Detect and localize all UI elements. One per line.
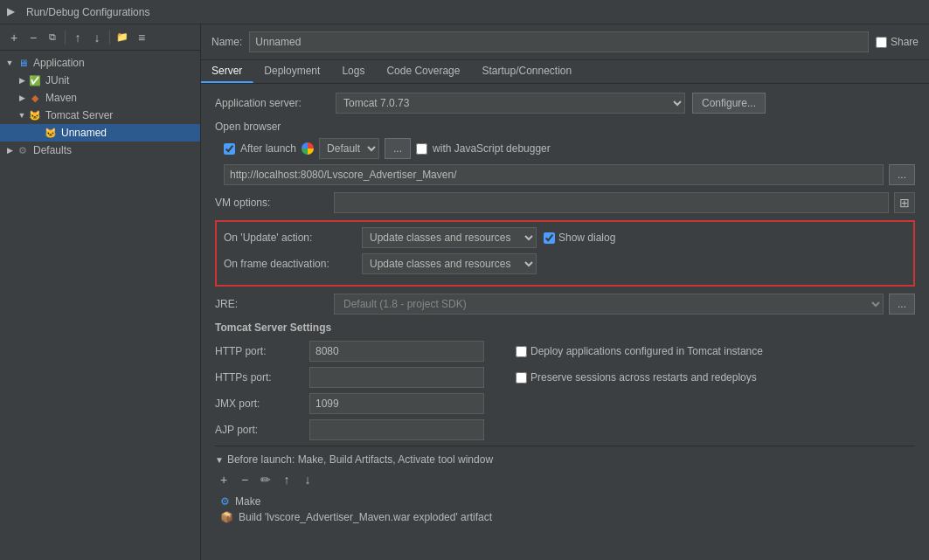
icon-application: 🖥 xyxy=(16,56,30,70)
jmx-port-input[interactable] xyxy=(309,393,484,414)
browser-select[interactable]: Default xyxy=(319,138,379,159)
divider xyxy=(215,446,915,446)
arrow-application: ▼ xyxy=(3,57,16,69)
ajp-port-input[interactable] xyxy=(309,419,484,440)
before-down-button[interactable]: ↓ xyxy=(299,471,316,488)
http-port-input[interactable] xyxy=(309,341,484,362)
before-add-button[interactable]: + xyxy=(215,471,232,488)
tree-item-defaults[interactable]: ▶ ⚙ Defaults xyxy=(0,142,200,159)
port-grid: HTTP port: Deploy applications configure… xyxy=(215,341,915,440)
on-frame-select[interactable]: Update classes and resources Do nothing … xyxy=(362,253,537,274)
sidebar-toolbar: + − ⧉ ↑ ↓ 📁 ≡ xyxy=(0,24,200,51)
jre-row: JRE: Default (1.8 - project SDK) ... xyxy=(215,294,915,315)
on-update-label: On 'Update' action: xyxy=(224,232,355,244)
move-down-button[interactable]: ↓ xyxy=(88,29,106,46)
browser-more-button[interactable]: ... xyxy=(385,138,411,159)
js-debugger-label: with JavaScript debugger xyxy=(433,142,551,155)
jre-select[interactable]: Default (1.8 - project SDK) xyxy=(334,294,884,315)
browser-row: After launch Default ... with JavaScript… xyxy=(215,138,915,159)
arrow-tomcat: ▼ xyxy=(16,109,28,121)
url-input[interactable] xyxy=(224,164,884,185)
tree-item-tomcat-server[interactable]: ▼ 🐱 Tomcat Server xyxy=(0,107,200,124)
configure-button[interactable]: Configure... xyxy=(692,93,766,114)
on-update-select[interactable]: Update classes and resources Redeploy Re… xyxy=(362,227,537,248)
on-update-row: On 'Update' action: Update classes and r… xyxy=(224,227,906,248)
url-row: ... xyxy=(215,164,915,185)
deploy-label-wrap: Deploy applications configured in Tomcat… xyxy=(516,345,778,357)
name-field-label: Name: xyxy=(211,36,242,48)
url-more-button[interactable]: ... xyxy=(889,164,915,185)
preserve-label: Preserve sessions across restarts and re… xyxy=(530,371,757,384)
icon-defaults: ⚙ xyxy=(16,143,30,157)
app-server-select[interactable]: Tomcat 7.0.73 xyxy=(336,93,685,114)
preserve-checkbox[interactable] xyxy=(516,372,527,384)
toolbar-separator-2 xyxy=(109,31,110,45)
vm-expand-button[interactable]: ⊞ xyxy=(894,192,915,213)
preserve-label-wrap: Preserve sessions across restarts and re… xyxy=(516,371,778,384)
after-launch-checkbox[interactable] xyxy=(224,143,235,155)
jmx-port-label: JMX port: xyxy=(215,398,302,410)
open-browser-section: Open browser After launch Default ... wi… xyxy=(215,121,915,185)
tomcat-settings-header: Tomcat Server Settings xyxy=(215,321,915,334)
toolbar-separator xyxy=(65,31,66,45)
tree-item-application[interactable]: ▼ 🖥 Application xyxy=(0,54,200,72)
ajp-port-label: AJP port: xyxy=(215,424,302,436)
tab-server[interactable]: Server xyxy=(201,60,253,83)
move-up-button[interactable]: ↑ xyxy=(69,29,87,46)
icon-maven: ◆ xyxy=(28,91,42,105)
tab-deployment[interactable]: Deployment xyxy=(253,60,331,83)
before-toolbar: + − ✏ ↑ ↓ xyxy=(215,471,915,488)
jre-more-button[interactable]: ... xyxy=(889,294,915,315)
arrow-defaults: ▶ xyxy=(3,144,16,156)
before-launch-label: Before launch: Make, Build Artifacts, Ac… xyxy=(227,453,493,466)
before-launch-title: ▼ Before launch: Make, Build Artifacts, … xyxy=(215,453,915,466)
add-config-button[interactable]: + xyxy=(5,29,23,46)
before-remove-button[interactable]: − xyxy=(236,471,253,488)
on-frame-label: On frame deactivation: xyxy=(224,258,355,270)
copy-config-button[interactable]: ⧉ xyxy=(44,29,61,46)
make-label: Make xyxy=(235,495,260,508)
chrome-icon xyxy=(302,142,314,155)
https-port-label: HTTPs port: xyxy=(215,371,302,384)
tree-item-maven[interactable]: ▶ ◆ Maven xyxy=(0,89,200,107)
share-label: Share xyxy=(891,36,919,48)
build-icon: 📦 xyxy=(220,511,233,523)
config-tree: ▼ 🖥 Application ▶ ✅ JUnit ▶ ◆ Maven ▼ 🐱 … xyxy=(0,51,200,560)
server-tab-body: Application server: Tomcat 7.0.73 Config… xyxy=(201,84,929,560)
tree-item-junit[interactable]: ▶ ✅ JUnit xyxy=(0,72,200,89)
tab-logs[interactable]: Logs xyxy=(331,60,376,83)
before-make-item: ⚙ Make xyxy=(215,494,915,509)
vm-options-row: VM options: ⊞ xyxy=(215,192,915,213)
arrow-junit: ▶ xyxy=(16,74,28,86)
deploy-checkbox[interactable] xyxy=(516,346,527,357)
make-icon: ⚙ xyxy=(220,495,230,508)
show-dialog-label: Show dialog xyxy=(558,232,615,244)
sort-button[interactable]: ≡ xyxy=(133,29,150,46)
js-debugger-checkbox[interactable] xyxy=(416,143,427,155)
sidebar: + − ⧉ ↑ ↓ 📁 ≡ ▼ 🖥 Application ▶ ✅ JUnit xyxy=(0,24,201,560)
name-row: Name: Share xyxy=(201,24,929,60)
title-bar-icon: ▶ xyxy=(7,5,21,19)
icon-junit: ✅ xyxy=(28,73,42,87)
after-launch-label: After launch xyxy=(240,142,296,155)
before-edit-button[interactable]: ✏ xyxy=(257,471,274,488)
before-up-button[interactable]: ↑ xyxy=(278,471,295,488)
folder-button[interactable]: 📁 xyxy=(114,29,131,46)
deploy-label: Deploy applications configured in Tomcat… xyxy=(530,345,763,357)
tabs-bar: Server Deployment Logs Code Coverage Sta… xyxy=(201,60,929,84)
remove-config-button[interactable]: − xyxy=(24,29,42,46)
jre-label: JRE: xyxy=(215,298,329,310)
https-port-input[interactable] xyxy=(309,367,484,388)
show-dialog-checkbox[interactable] xyxy=(544,232,555,244)
on-frame-deactivation-row: On frame deactivation: Update classes an… xyxy=(224,253,906,274)
build-label: Build 'lvscore_Advertiser_Maven.war expl… xyxy=(239,511,492,523)
label-unnamed: Unnamed xyxy=(61,127,107,139)
label-maven: Maven xyxy=(45,92,77,104)
tab-startup-connection[interactable]: Startup/Connection xyxy=(471,60,583,83)
vm-options-input[interactable] xyxy=(334,192,889,213)
share-checkbox[interactable] xyxy=(876,37,887,48)
tab-code-coverage[interactable]: Code Coverage xyxy=(376,60,471,83)
title-bar: ▶ Run/Debug Configurations xyxy=(0,0,929,24)
tree-item-unnamed[interactable]: 🐱 Unnamed xyxy=(0,124,200,142)
name-input[interactable] xyxy=(249,31,869,52)
